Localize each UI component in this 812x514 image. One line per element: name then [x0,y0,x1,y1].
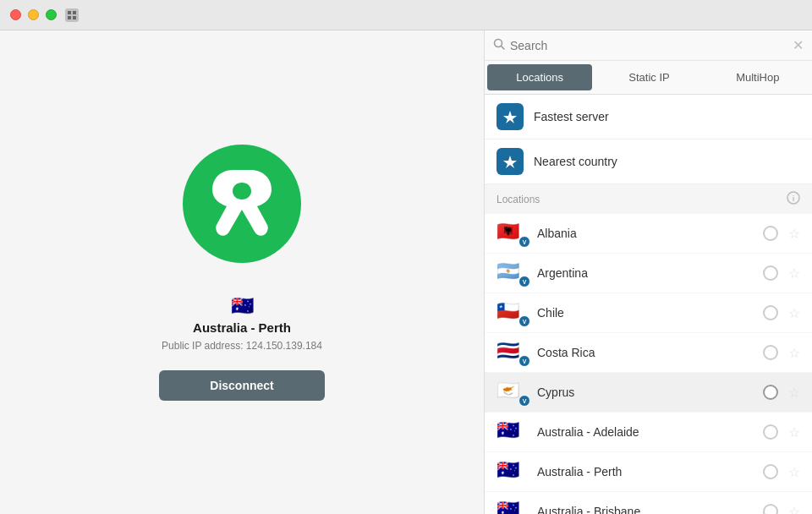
fastest-server-icon [497,103,524,130]
cyprus-radio[interactable] [763,385,778,400]
albania-radio[interactable] [763,226,778,241]
tab-multihop[interactable]: MultiHop [705,64,810,90]
main-content: 🇦🇺 Australia - Perth Public IP address: … [0,30,812,514]
au-adelaide-name: Australia - Adelaide [537,425,753,439]
search-icon [493,38,505,52]
app-logo [183,145,301,263]
right-panel: ✕ Locations Static IP MultiHop Fastest s… [484,30,812,514]
cyprus-name: Cyprus [537,386,753,399]
au-perth-radio[interactable] [763,464,778,479]
location-cyprus[interactable]: 🇨🇾 V Cyprus ☆ [485,373,812,413]
albania-name: Albania [537,227,753,240]
argentina-vpn-badge: V [518,276,530,287]
minimize-button[interactable] [28,9,39,20]
close-button[interactable] [10,9,21,20]
nearest-country-icon [497,148,524,175]
traffic-lights [10,9,57,20]
albania-star[interactable]: ☆ [788,226,800,242]
search-bar: ✕ [485,30,812,61]
location-albania[interactable]: 🇦🇱 V Albania ☆ [485,214,812,254]
au-brisbane-flag: 🇦🇺 [497,499,519,514]
chile-flag-wrap: 🇨🇱 V [497,302,527,324]
au-perth-flag: 🇦🇺 [497,459,519,480]
fastest-server-item[interactable]: Fastest server [485,95,812,139]
albania-flag: 🇦🇱 [497,221,519,242]
au-adelaide-radio[interactable] [763,424,778,440]
connected-flag: 🇦🇺 [231,297,254,315]
tab-locations[interactable]: Locations [487,64,592,90]
location-costa-rica[interactable]: 🇨🇷 V Costa Rica ☆ [485,333,812,373]
search-clear-icon[interactable]: ✕ [793,37,804,53]
argentina-flag: 🇦🇷 [497,260,519,282]
costa-rica-name: Costa Rica [537,346,753,359]
svg-rect-2 [68,16,71,19]
fastest-server-label: Fastest server [534,110,609,123]
search-input[interactable] [510,39,787,52]
nearest-country-label: Nearest country [534,155,617,168]
chile-star[interactable]: ☆ [788,305,800,321]
public-ip: Public IP address: 124.150.139.184 [162,340,322,352]
locations-list: Fastest server Nearest country Locations… [485,95,812,514]
cyprus-star[interactable]: ☆ [788,385,800,401]
chile-vpn-badge: V [518,315,530,327]
tabs-bar: Locations Static IP MultiHop [485,61,812,95]
tab-static-ip[interactable]: Static IP [596,64,701,90]
cyprus-vpn-badge: V [518,395,530,407]
argentina-radio[interactable] [763,265,778,281]
au-adelaide-flag: 🇦🇺 [497,419,519,440]
window-layout-button[interactable] [65,8,79,22]
nearest-country-item[interactable]: Nearest country [485,139,812,184]
au-perth-star[interactable]: ☆ [788,464,800,480]
costa-rica-radio[interactable] [763,345,778,360]
svg-rect-1 [73,11,76,14]
location-au-perth[interactable]: 🇦🇺 Australia - Perth ☆ [485,452,812,492]
au-perth-name: Australia - Perth [537,465,753,478]
svg-rect-3 [73,16,76,19]
disconnect-button[interactable]: Disconnect [159,370,324,401]
argentina-star[interactable]: ☆ [788,265,800,282]
left-panel: 🇦🇺 Australia - Perth Public IP address: … [0,30,484,514]
cyprus-flag-wrap: 🇨🇾 V [497,381,527,403]
argentina-name: Argentina [537,266,753,280]
location-au-brisbane[interactable]: 🇦🇺 Australia - Brisbane ☆ [485,492,812,514]
chile-radio[interactable] [763,305,778,320]
au-brisbane-star[interactable]: ☆ [788,504,800,515]
chile-flag: 🇨🇱 [497,300,519,321]
costa-rica-star[interactable]: ☆ [788,345,800,361]
svg-marker-6 [503,111,517,123]
svg-rect-0 [68,11,71,14]
titlebar [0,0,812,30]
albania-flag-wrap: 🇦🇱 V [497,222,527,244]
surfshark-logo-icon [208,166,276,242]
locations-section-label: Locations [497,194,540,205]
locations-section-header: Locations i [485,184,812,214]
au-brisbane-flag-wrap: 🇦🇺 [497,500,527,514]
location-au-adelaide[interactable]: 🇦🇺 Australia - Adelaide ☆ [485,413,812,452]
cyprus-flag: 🇨🇾 [497,380,519,401]
albania-vpn-badge: V [518,236,530,248]
connection-info: 🇦🇺 Australia - Perth Public IP address: … [159,297,324,401]
costa-rica-vpn-badge: V [518,355,530,367]
au-brisbane-radio[interactable] [763,504,778,514]
au-adelaide-flag-wrap: 🇦🇺 [497,421,527,443]
connected-location: Australia - Perth [193,320,291,335]
argentina-flag-wrap: 🇦🇷 V [497,262,527,284]
maximize-button[interactable] [46,9,57,20]
costa-rica-flag: 🇨🇷 [497,340,519,361]
svg-text:i: i [793,194,795,203]
au-brisbane-name: Australia - Brisbane [537,505,753,514]
location-argentina[interactable]: 🇦🇷 V Argentina ☆ [485,254,812,293]
au-adelaide-star[interactable]: ☆ [788,424,800,440]
svg-line-5 [502,46,505,50]
svg-marker-7 [503,156,517,168]
au-perth-flag-wrap: 🇦🇺 [497,461,527,483]
chile-name: Chile [537,306,753,320]
location-chile[interactable]: 🇨🇱 V Chile ☆ [485,293,812,333]
costa-rica-flag-wrap: 🇨🇷 V [497,342,527,364]
info-icon[interactable]: i [787,191,800,207]
